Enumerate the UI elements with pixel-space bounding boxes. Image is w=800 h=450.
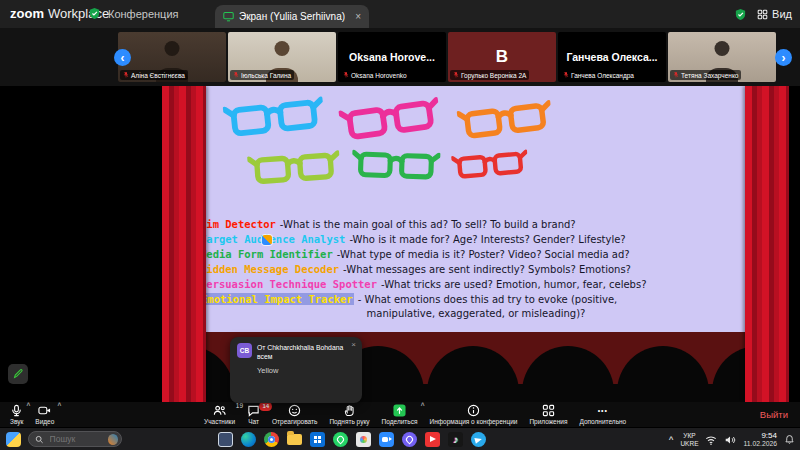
store-icon[interactable]	[310, 432, 325, 447]
zoom-app-icon[interactable]	[379, 432, 394, 447]
tray-expand-icon[interactable]: ^	[669, 435, 674, 444]
meeting-info-label: Информация о конференции	[429, 418, 517, 425]
raise-hand-button[interactable]: Поднять руку	[323, 402, 375, 427]
taskbar-apps: ♪	[218, 432, 486, 447]
mic-icon	[10, 404, 23, 417]
audio-button[interactable]: ^ Звук	[4, 402, 29, 427]
role-name: Target Audience Analyst	[200, 233, 345, 245]
tab-home[interactable]: Конференция	[108, 8, 178, 20]
zoom-logo-primary: zoom	[10, 6, 44, 21]
video-label: Видео	[35, 418, 54, 425]
role-line: Emotional Impact Tracker- What emotions …	[200, 292, 752, 307]
smiley-icon	[288, 404, 301, 417]
search-input[interactable]	[48, 433, 104, 445]
notifications-bell-icon[interactable]	[784, 434, 795, 445]
camera-icon	[38, 404, 51, 417]
participant-tile[interactable]: Oksana Horove... Oksana Horovenko	[338, 32, 446, 82]
chat-label: Чат	[248, 418, 259, 425]
edge-icon[interactable]	[241, 432, 256, 447]
stage-curtain-right	[745, 86, 789, 402]
glasses-icon	[247, 147, 341, 187]
participant-tile[interactable]: B Горулько Вероніка 2А	[448, 32, 556, 82]
role-line: Hidden Message Decoder-What messages are…	[200, 262, 752, 277]
search-daily-image	[108, 434, 118, 445]
role-line: Target Audience Analyst-Who is it made f…	[200, 232, 752, 247]
shared-screen-area: Aim Detector-What is the main goal of th…	[0, 86, 800, 402]
role-desc: -What is the main goal of this ad? To se…	[280, 219, 576, 230]
muted-mic-icon	[453, 71, 459, 79]
react-button[interactable]: Отреагировать	[266, 402, 323, 427]
muted-mic-icon	[233, 71, 239, 79]
pencil-icon	[12, 368, 24, 380]
wifi-icon[interactable]	[705, 434, 717, 446]
meeting-info-button[interactable]: Информация о конференции	[423, 402, 523, 427]
participants-strip: ‹ Аліна Євстігнєєва Іюльська Галина Oksa…	[0, 28, 800, 86]
language-indicator[interactable]: УКР UKRE	[680, 432, 698, 447]
view-button[interactable]: Вид	[757, 8, 792, 20]
taskbar-search[interactable]	[28, 431, 122, 447]
participant-name-badge: Іюльська Галина	[230, 70, 294, 80]
role-name: Aim Detector	[200, 218, 276, 230]
participant-name: Тетяна Захарченко	[681, 72, 738, 79]
taskbar-clock[interactable]: 9:54 11.02.2026	[743, 431, 777, 449]
remote-cursor-icon	[262, 235, 272, 245]
widgets-icon[interactable]	[6, 432, 21, 447]
chrome-icon[interactable]	[264, 432, 279, 447]
file-explorer-icon[interactable]	[287, 434, 302, 445]
scroll-left-button[interactable]: ‹	[114, 49, 131, 66]
whatsapp-icon[interactable]	[333, 432, 348, 447]
time-label: 9:54	[761, 431, 777, 441]
role-name: Hidden Message Decoder	[200, 263, 339, 275]
apps-button[interactable]: Приложения	[523, 402, 573, 427]
role-name: Media Form Identifier	[200, 248, 333, 260]
participant-name-badge: Горулько Вероніка 2А	[450, 70, 529, 80]
participants-button[interactable]: 19 Участники	[198, 402, 241, 427]
volume-icon[interactable]	[724, 434, 736, 446]
participant-tile[interactable]: Тетяна Захарченко	[668, 32, 776, 82]
muted-mic-icon	[123, 71, 129, 79]
close-icon[interactable]: ×	[355, 11, 361, 22]
chat-button[interactable]: 14 Чат	[241, 402, 266, 427]
date-label: 11.02.2026	[743, 440, 777, 448]
participant-name-badge: Ганчева Олександра	[560, 70, 637, 80]
encryption-shield-icon	[734, 8, 747, 21]
glasses-icon	[338, 93, 442, 143]
scroll-right-button[interactable]: ›	[775, 49, 792, 66]
close-icon[interactable]: ×	[351, 340, 356, 349]
info-icon	[467, 404, 480, 417]
participant-name-badge: Аліна Євстігнєєва	[120, 70, 188, 80]
telegram-icon[interactable]	[471, 432, 486, 447]
leave-meeting-button[interactable]: Выйти	[760, 402, 788, 427]
chat-notification-popup[interactable]: × CB От Chkharchkhalia Bohdana всем Yell…	[230, 337, 362, 403]
youtube-icon[interactable]	[425, 432, 440, 447]
share-screen-icon	[393, 404, 406, 417]
raise-hand-label: Поднять руку	[329, 418, 369, 425]
tiktok-icon[interactable]: ♪	[448, 432, 463, 447]
role-desc: -Who is it made for? Age? Interests? Gen…	[349, 234, 625, 245]
tab-screen-share[interactable]: Экран (Yuliia Serhiivna) ×	[215, 5, 369, 28]
participant-tile[interactable]: Іюльська Галина	[228, 32, 336, 82]
viber-icon[interactable]	[402, 432, 417, 447]
chevron-up-icon[interactable]: ^	[58, 402, 62, 409]
audio-label: Звук	[10, 418, 23, 425]
react-label: Отреагировать	[272, 418, 317, 425]
participant-tile[interactable]: Аліна Євстігнєєва	[118, 32, 226, 82]
share-label: Поделиться	[382, 418, 418, 425]
photos-icon[interactable]	[356, 432, 371, 447]
participant-name: Горулько Вероніка 2А	[461, 72, 526, 79]
annotate-button[interactable]	[8, 364, 28, 384]
glasses-icon	[451, 147, 529, 181]
video-button[interactable]: ^ Видео	[29, 402, 60, 427]
chat-message: Yellow	[257, 366, 355, 375]
apps-label: Приложения	[529, 418, 567, 425]
role-line: Aim Detector-What is the main goal of th…	[200, 217, 752, 232]
screen: { "window": { "logo_primary": "zoom", "l…	[0, 0, 800, 450]
role-name: Persuasion Technique Spotter	[200, 278, 377, 290]
more-button[interactable]: ••• Дополнительно	[573, 402, 632, 427]
role-desc: - What emotions does this ad try to evok…	[358, 294, 618, 305]
participant-tile[interactable]: Ганчева Олекса... Ганчева Олександра	[558, 32, 666, 82]
task-view-icon[interactable]	[218, 432, 233, 447]
share-screen-button[interactable]: ^ Поделиться	[376, 402, 424, 427]
search-icon	[35, 435, 44, 444]
muted-mic-icon	[673, 71, 679, 79]
